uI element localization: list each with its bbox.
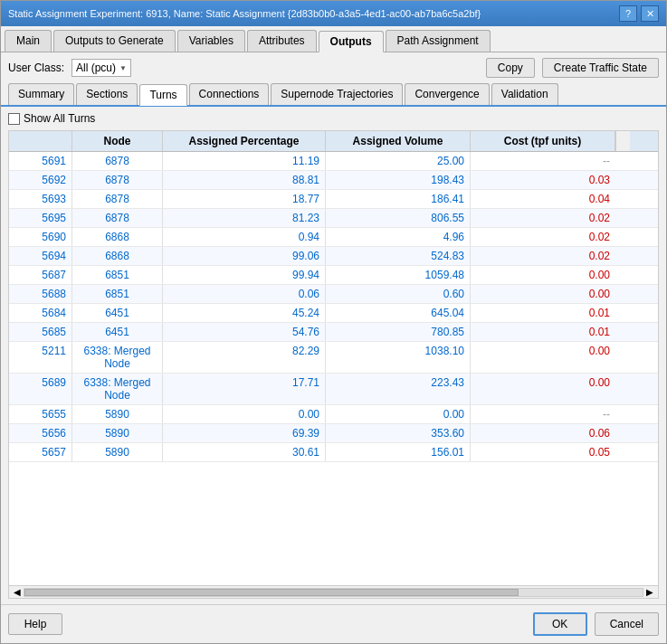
table-row[interactable]: 52116338: Merged Node82.291038.100.00 <box>9 342 658 374</box>
cell-id: 5690 <box>9 228 72 246</box>
cell-cost: -- <box>471 152 615 170</box>
cell-node: 6338: Merged Node <box>72 374 163 404</box>
cell-cost: 0.00 <box>471 374 615 404</box>
title-bar-buttons: ? ✕ <box>619 5 659 22</box>
data-table: Node Assigned Percentage Assigned Volume… <box>8 130 659 586</box>
tab-supernode-trajectories[interactable]: Supernode Trajectories <box>271 83 403 105</box>
cell-assigned-vol: 0.60 <box>326 285 471 303</box>
col-header-node: Node <box>72 131 163 151</box>
user-class-value: All (pcu) <box>76 62 116 74</box>
cell-assigned-pct: 30.61 <box>163 443 326 461</box>
scroll-right-button[interactable]: ▶ <box>643 587 656 597</box>
show-all-turns-row: Show All Turns <box>8 112 659 125</box>
tab-main[interactable]: Main <box>5 30 52 52</box>
horizontal-scrollbar[interactable]: ◀ ▶ <box>8 586 659 599</box>
cancel-button[interactable]: Cancel <box>595 612 659 636</box>
tab-path-assignment[interactable]: Path Assignment <box>386 30 491 52</box>
col-header-cost: Cost (tpf units) <box>471 131 615 151</box>
table-header: Node Assigned Percentage Assigned Volume… <box>9 131 658 152</box>
table-row[interactable]: 5657589030.61156.010.05 <box>9 443 658 462</box>
ok-button[interactable]: OK <box>533 612 587 636</box>
cell-id: 5657 <box>9 443 72 461</box>
cell-node: 6851 <box>72 266 163 284</box>
cell-node: 5890 <box>72 443 163 461</box>
cell-cost: -- <box>471 405 615 423</box>
cell-id: 5687 <box>9 266 72 284</box>
cell-id: 5694 <box>9 247 72 265</box>
cell-cost: 0.05 <box>471 443 615 461</box>
cell-assigned-vol: 0.00 <box>326 405 471 423</box>
tab-attributes[interactable]: Attributes <box>247 30 317 52</box>
tab-variables[interactable]: Variables <box>177 30 245 52</box>
tab-validation[interactable]: Validation <box>491 83 558 105</box>
tab-outputs-to-generate[interactable]: Outputs to Generate <box>53 30 176 52</box>
cell-assigned-vol: 1059.48 <box>326 266 471 284</box>
user-class-dropdown[interactable]: All (pcu) ▼ <box>71 59 131 77</box>
cell-assigned-pct: 45.24 <box>163 304 326 322</box>
cell-cost: 0.02 <box>471 247 615 265</box>
cell-assigned-vol: 1038.10 <box>326 342 471 373</box>
cell-cost: 0.06 <box>471 424 615 442</box>
cell-node: 6878 <box>72 209 163 227</box>
table-row[interactable]: 568868510.060.600.00 <box>9 285 658 304</box>
help-dialog-button[interactable]: Help <box>8 613 62 635</box>
toolbar: User Class: All (pcu) ▼ Copy Create Traf… <box>1 52 666 83</box>
cell-assigned-vol: 4.96 <box>326 228 471 246</box>
bottom-right-buttons: OK Cancel <box>533 612 659 636</box>
user-class-label: User Class: <box>8 62 64 74</box>
cell-id: 5692 <box>9 171 72 189</box>
scrollbar-spacer <box>615 131 630 151</box>
tab-summary[interactable]: Summary <box>8 83 74 105</box>
cell-id: 5695 <box>9 209 72 227</box>
table-row[interactable]: 565558900.000.00-- <box>9 405 658 424</box>
cell-id: 5693 <box>9 190 72 208</box>
scroll-left-button[interactable]: ◀ <box>11 587 24 597</box>
cell-assigned-vol: 780.85 <box>326 323 471 341</box>
cell-id: 5689 <box>9 374 72 404</box>
tab-turns[interactable]: Turns <box>139 84 186 106</box>
close-button[interactable]: ✕ <box>641 5 659 22</box>
cell-node: 5890 <box>72 405 163 423</box>
cell-cost: 0.00 <box>471 285 615 303</box>
cell-assigned-pct: 99.94 <box>163 266 326 284</box>
cell-cost: 0.00 <box>471 342 615 373</box>
scrollbar-track[interactable] <box>24 588 643 597</box>
table-row[interactable]: 5685645154.76780.850.01 <box>9 323 658 342</box>
table-row[interactable]: 5687685199.941059.480.00 <box>9 266 658 285</box>
tab-sections[interactable]: Sections <box>76 83 138 105</box>
col-header-assigned-vol: Assigned Volume <box>326 131 471 151</box>
cell-node: 6451 <box>72 323 163 341</box>
main-tab-bar: Main Outputs to Generate Variables Attri… <box>1 26 666 52</box>
window-title: Static Assignment Experiment: 6913, Name… <box>8 8 481 19</box>
cell-assigned-pct: 11.19 <box>163 152 326 170</box>
cell-assigned-pct: 99.06 <box>163 247 326 265</box>
copy-button[interactable]: Copy <box>486 58 535 78</box>
table-row[interactable]: 569068680.944.960.02 <box>9 228 658 247</box>
table-row[interactable]: 56896338: Merged Node17.71223.430.00 <box>9 374 658 405</box>
table-row[interactable]: 5684645145.24645.040.01 <box>9 304 658 323</box>
cell-node: 6878 <box>72 171 163 189</box>
show-all-turns-checkbox[interactable] <box>8 113 20 125</box>
table-row[interactable]: 5692687888.81198.430.03 <box>9 171 658 190</box>
table-row[interactable]: 5695687881.23806.550.02 <box>9 209 658 228</box>
scrollbar-thumb[interactable] <box>24 589 519 596</box>
help-button[interactable]: ? <box>619 5 637 22</box>
cell-id: 5685 <box>9 323 72 341</box>
table-row[interactable]: 5656589069.39353.600.06 <box>9 424 658 443</box>
table-row[interactable]: 5694686899.06524.830.02 <box>9 247 658 266</box>
cell-assigned-pct: 69.39 <box>163 424 326 442</box>
tab-outputs[interactable]: Outputs <box>319 31 384 52</box>
cell-id: 5211 <box>9 342 72 373</box>
cell-id: 5656 <box>9 424 72 442</box>
table-row[interactable]: 5693687818.77186.410.04 <box>9 190 658 209</box>
cell-node: 6451 <box>72 304 163 322</box>
create-traffic-state-button[interactable]: Create Traffic State <box>542 58 659 78</box>
cell-id: 5691 <box>9 152 72 170</box>
tab-convergence[interactable]: Convergence <box>405 83 489 105</box>
cell-id: 5684 <box>9 304 72 322</box>
content-area: Show All Turns Node Assigned Percentage … <box>1 107 666 604</box>
tab-connections[interactable]: Connections <box>189 83 270 105</box>
table-row[interactable]: 5691687811.1925.00-- <box>9 152 658 171</box>
cell-assigned-pct: 0.00 <box>163 405 326 423</box>
cell-node: 6878 <box>72 152 163 170</box>
